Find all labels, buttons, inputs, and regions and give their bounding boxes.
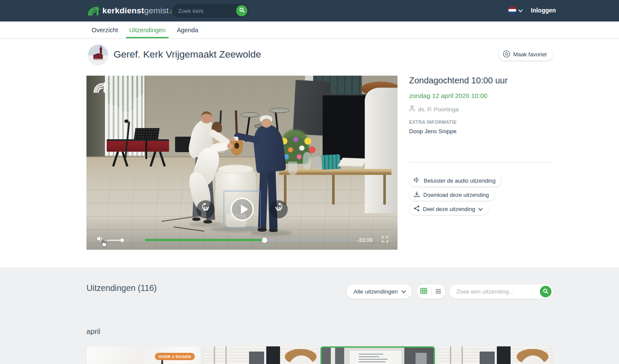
- thumb-screen-text: [359, 354, 383, 355]
- progress-bar-fill: [145, 239, 265, 241]
- thumb-cabinet: [480, 352, 495, 364]
- church-search-button[interactable]: [236, 5, 247, 16]
- share-button[interactable]: Deel deze uitzending: [409, 203, 489, 215]
- brand-text: kerkdienstgemist.nl: [102, 6, 176, 15]
- thumb-structure: [497, 346, 511, 364]
- chevron-down-icon: [401, 288, 406, 295]
- broadcast-datetime: zondag 12 april 2020 10:00: [409, 92, 487, 99]
- page-title: Geref. Kerk Vrijgemaakt Zeewolde: [114, 45, 261, 64]
- scene-table-leg: [383, 175, 386, 205]
- broadcast-card[interactable]: [437, 346, 552, 364]
- thumb-screen-text: [359, 359, 388, 360]
- player-controls: -33:09: [86, 231, 397, 250]
- skip-forward-amount: 10: [270, 207, 288, 211]
- play-button[interactable]: [231, 198, 254, 221]
- thumb-door: [416, 353, 427, 364]
- progress-bar-handle[interactable]: [262, 238, 267, 243]
- scene-cymbal: [269, 108, 289, 113]
- share-icon: [414, 205, 419, 213]
- fullscreen-button[interactable]: [382, 236, 388, 244]
- info-divider: [409, 162, 553, 163]
- volume-slider-handle[interactable]: [120, 239, 124, 242]
- player-watermark-logo: [92, 81, 107, 95]
- page: kerkdienstgemist.nl Inloggen Overzicht U…: [0, 0, 619, 364]
- fullscreen-icon: [382, 237, 388, 244]
- broadcast-search-box: [450, 284, 553, 299]
- thumb-window-frame: [450, 346, 451, 364]
- search-icon: [543, 288, 548, 295]
- scene-baby-head: [227, 143, 233, 149]
- brand-logo[interactable]: kerkdienstgemist.nl: [87, 4, 176, 17]
- tab-uitzendingen[interactable]: Uitzendingen: [126, 21, 169, 38]
- broadcast-card-selected[interactable]: [320, 346, 435, 364]
- speaker-icon: [414, 177, 420, 184]
- progress-bar[interactable]: [145, 239, 353, 241]
- tab-agenda[interactable]: Agenda: [174, 21, 201, 38]
- scene-table-leg: [332, 175, 335, 205]
- grid-view-icon: [420, 288, 427, 296]
- skip-back-amount: 10: [197, 207, 215, 211]
- thumb-window-frame: [225, 346, 227, 364]
- make-favorite-button[interactable]: Maak favoriet: [499, 48, 553, 61]
- scene-books: [321, 155, 341, 170]
- church-avatar: [88, 45, 108, 64]
- brand-bold: kerkdienst: [102, 6, 144, 15]
- star-circle-icon: [503, 50, 510, 59]
- upcoming-badge: OVER 2 DAGEN: [155, 353, 195, 360]
- download-button[interactable]: Download deze uitzending: [409, 189, 495, 201]
- view-toggle: [417, 284, 445, 299]
- play-icon: [241, 205, 248, 214]
- thumb-screen-text: [359, 361, 385, 362]
- broadcast-card-upcoming[interactable]: OVER 2 DAGEN: [86, 346, 201, 364]
- grid-view-button[interactable]: [417, 284, 431, 299]
- chevron-down-icon: [478, 206, 483, 212]
- chevron-down-icon: [518, 6, 523, 14]
- broadcast-search-input[interactable]: [456, 284, 534, 299]
- month-heading: april: [86, 327, 100, 336]
- broadcast-info-panel: Zondagochtend 10:00 uur zondag 12 april …: [409, 76, 553, 256]
- skip-back-10-button[interactable]: 10: [197, 200, 215, 218]
- listen-audio-button[interactable]: Beluister de audio uitzending: [409, 174, 502, 187]
- top-navbar: kerkdienstgemist.nl Inloggen: [0, 0, 619, 21]
- scene-cup: [315, 156, 320, 168]
- remaining-time: -33:09: [357, 237, 373, 243]
- broadcast-card[interactable]: [203, 346, 318, 364]
- scene-music-stand: [134, 128, 159, 139]
- scene-music-stand-pole: [145, 139, 147, 159]
- pastor-row: ds. P. Poortinga: [409, 105, 459, 113]
- brand-light: gemist: [144, 6, 169, 15]
- share-label: Deel deze uitzending: [423, 206, 475, 212]
- scene-minister-hand: [230, 138, 235, 142]
- channel-tabbar: Overzicht Uitzendingen Agenda: [0, 21, 619, 39]
- pastor-name: ds. P. Poortinga: [418, 106, 459, 113]
- tab-overzicht[interactable]: Overzicht: [89, 21, 121, 38]
- nl-flag-icon: [508, 6, 516, 14]
- church-search-input[interactable]: [178, 4, 234, 18]
- broadcast-filter-dropdown[interactable]: Alle uitzendingen: [347, 284, 412, 299]
- language-selector[interactable]: [508, 6, 523, 14]
- scene-baptismal-font-top: [218, 165, 253, 173]
- thumb-window-slit: [331, 348, 335, 364]
- person-icon: [409, 105, 415, 113]
- broadcast-search-button[interactable]: [540, 286, 551, 297]
- video-player[interactable]: 10 10 -33:09: [86, 76, 397, 250]
- list-view-button[interactable]: [431, 284, 446, 299]
- listen-audio-label: Beluister de audio uitzending: [424, 177, 496, 184]
- list-view-icon: [435, 288, 441, 296]
- broadcast-archive-section: Uitzendingen (116) Alle uitzendingen apr…: [0, 267, 619, 364]
- scene-carafe: [303, 152, 311, 170]
- thumb-window-frame: [214, 346, 215, 364]
- skip-forward-10-button[interactable]: 10: [270, 200, 288, 218]
- scene-cymbal: [240, 112, 259, 117]
- extra-info-value: Doop Jens Snippe: [409, 128, 456, 135]
- volume-slider[interactable]: [107, 240, 120, 241]
- login-link[interactable]: Inloggen: [531, 7, 556, 14]
- church-search-box: [172, 4, 249, 18]
- scene-vase: [288, 162, 298, 174]
- filter-value: Alle uitzendingen: [354, 288, 398, 295]
- scene-table-leg: [284, 175, 286, 205]
- broadcast-title: Zondagochtend 10:00 uur: [409, 76, 508, 86]
- thumb-structure: [266, 346, 280, 364]
- download-label: Download deze uitzending: [423, 192, 489, 198]
- make-favorite-label: Maak favoriet: [513, 51, 547, 58]
